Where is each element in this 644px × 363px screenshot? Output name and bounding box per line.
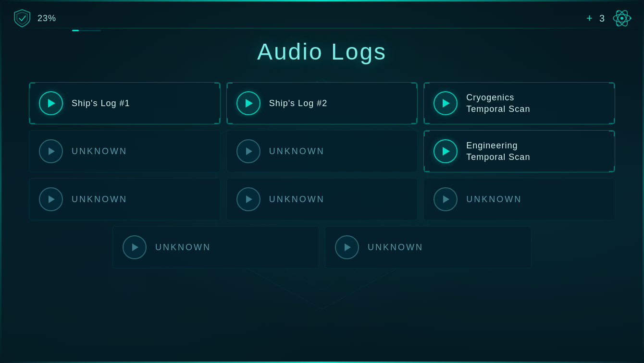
audio-card-2[interactable]: Ship's Log #2 — [226, 82, 418, 124]
play-triangle-5 — [246, 147, 252, 155]
play-triangle-2 — [246, 99, 253, 108]
audio-grid: Ship's Log #1 Ship's Log #2 CryogenicsTe… — [19, 82, 625, 220]
audio-card-11[interactable]: UNKNOWN — [325, 226, 532, 268]
bottom-row: UNKNOWN UNKNOWN — [19, 226, 625, 268]
audio-card-9[interactable]: UNKNOWN — [423, 178, 615, 220]
play-triangle-10 — [132, 243, 138, 251]
play-button-9[interactable] — [433, 187, 458, 211]
audio-card-7[interactable]: UNKNOWN — [29, 178, 221, 220]
audio-card-4[interactable]: UNKNOWN — [29, 130, 221, 172]
play-triangle-3 — [443, 99, 450, 108]
play-button-11[interactable] — [335, 235, 359, 259]
card-label-2: Ship's Log #2 — [269, 97, 328, 109]
play-triangle-1 — [48, 99, 55, 108]
audio-card-10[interactable]: UNKNOWN — [112, 226, 319, 268]
play-triangle-7 — [49, 195, 55, 203]
play-triangle-9 — [443, 195, 449, 203]
audio-card-3[interactable]: CryogenicsTemporal Scan — [423, 82, 615, 124]
card-label-4: UNKNOWN — [72, 145, 127, 157]
audio-card-1[interactable]: Ship's Log #1 — [29, 82, 221, 124]
play-button-2[interactable] — [236, 91, 260, 115]
card-label-5: UNKNOWN — [269, 145, 325, 157]
card-label-3: CryogenicsTemporal Scan — [466, 92, 530, 115]
play-triangle-11 — [345, 243, 351, 251]
play-button-5[interactable] — [236, 139, 260, 163]
card-label-7: UNKNOWN — [72, 194, 127, 205]
audio-card-5[interactable]: UNKNOWN — [226, 130, 418, 172]
card-label-1: Ship's Log #1 — [72, 97, 130, 109]
audio-card-6[interactable]: EngineeringTemporal Scan — [423, 130, 615, 172]
play-button-3[interactable] — [433, 91, 458, 115]
play-triangle-6 — [443, 147, 450, 156]
play-button-7[interactable] — [39, 187, 63, 211]
play-triangle-4 — [49, 147, 55, 155]
page-title: Audio Logs — [257, 38, 387, 65]
card-label-9: UNKNOWN — [466, 194, 522, 205]
card-label-10: UNKNOWN — [155, 242, 211, 253]
audio-card-8[interactable]: UNKNOWN — [226, 178, 418, 220]
card-label-11: UNKNOWN — [368, 242, 423, 253]
play-button-1[interactable] — [39, 91, 63, 115]
play-button-4[interactable] — [39, 139, 63, 163]
main-content: Audio Logs Ship's Log #1 Ship's Log #2 C… — [0, 0, 644, 363]
card-label-6: EngineeringTemporal Scan — [466, 140, 530, 163]
play-button-8[interactable] — [236, 187, 260, 211]
play-button-10[interactable] — [123, 235, 147, 259]
play-triangle-8 — [246, 195, 252, 203]
play-button-6[interactable] — [433, 139, 458, 163]
card-label-8: UNKNOWN — [269, 194, 325, 205]
